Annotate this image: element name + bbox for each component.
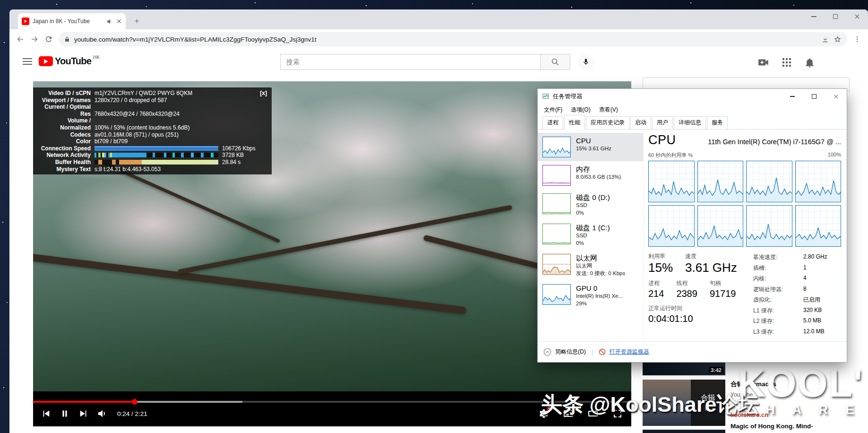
detail-row: L2 缓存:5.0 MB [753,317,827,325]
sidebar-item-memory[interactable]: 内存8.0/63.6 GB (13%) [538,161,643,190]
tab-users[interactable]: 用户 [652,116,673,129]
ethernet-adapter-text: 以太网 [576,263,625,269]
tab-startup[interactable]: 启动 [630,116,651,129]
stats-row: Current / Optimal [33,104,268,111]
cpu-details: 基准速度:2.80 GHz 插槽:1 内核:4 逻辑处理器:8 虚拟化:已启用 … [753,252,827,338]
cpu-core-graph [648,205,695,247]
voice-search-button[interactable] [578,54,594,70]
tab-processes[interactable]: 进程 [542,116,563,129]
open-resource-monitor-link[interactable]: 打开资源监视器 [610,348,649,356]
cpu-core-graphs [648,161,841,247]
cpu-core-graph [746,161,792,202]
tab-details[interactable]: 详细信息 [674,116,706,129]
stats-label: Video ID / sCPN [33,90,95,97]
browser-menu-button[interactable] [850,32,864,46]
task-manager-icon [542,93,549,100]
url-text: youtube.com/watch?v=m1jY2VLCRmY&list=PLA… [74,36,817,43]
detail-row: L1 缓存:320 KB [753,307,827,315]
search-bar [280,54,570,70]
stats-value: 3728 KB [222,152,244,159]
disk0-sparkline [542,193,571,214]
disk0-label: 磁盘 0 (D:) [576,193,610,201]
pause-button[interactable] [57,406,73,422]
task-manager-titlebar[interactable]: 任务管理器 [538,89,847,104]
fewer-details-button[interactable]: 简略信息(D) [555,348,586,356]
task-manager-window: 任务管理器 文件(F) 选项(O) 查看(V) 进程 性能 应用历史记录 启动 … [537,88,847,363]
youtube-logo[interactable]: YouTube HK [39,56,100,66]
create-video-icon[interactable] [757,56,770,69]
microphone-icon [582,58,590,66]
sidebar-video-thumbnail[interactable] [643,430,725,433]
new-tab-button[interactable] [130,15,143,27]
ethernet-sparkline [542,254,571,275]
window-minimize-button[interactable] [803,9,825,24]
stats-row: Volume / [33,117,268,124]
stats-label: Mystery Text [33,166,95,173]
stats-label: Codecs [33,131,95,139]
search-button[interactable] [540,54,570,70]
sidebar-item-ethernet[interactable]: 以太网以太网发送: 0 接收: 0 Kbps [538,250,643,280]
watermark-site-text: koolshare.cn [730,411,768,418]
notifications-bell-icon[interactable] [804,57,816,69]
stats-for-nerds-panel: [x] Video ID / sCPNm1jY2VLCRmY / QWD2 PW… [33,87,272,174]
stat-speed: 速度3.61 GHz [685,252,737,275]
tab-close-icon[interactable] [116,18,122,24]
network-activity-bar [95,153,218,157]
stats-label: Buffer Health [33,159,95,166]
cpu-core-graph [648,161,695,202]
lock-icon [64,36,70,43]
progress-scrubber[interactable] [132,399,138,405]
menu-file[interactable]: 文件(F) [540,106,567,114]
previous-icon [41,408,51,419]
sidebar-video-title[interactable]: Magic of Hong Kong. Mind- [730,423,868,430]
tm-maximize-button[interactable] [803,89,825,104]
desktop: Japan in 8K - YouTube youtube.com/watch?… [0,0,868,433]
detail-row: 逻辑处理器:8 [753,286,827,294]
stats-value: 1280x720 / 0 dropped of 587 [95,97,268,104]
detail-row: L3 缓存:12.0 MB [753,328,827,336]
cpu-core-graph [746,205,792,247]
tab-app-history[interactable]: 应用历史记录 [586,116,629,129]
tab-services[interactable]: 服务 [707,116,728,129]
stats-row-buffer-health: Buffer Health28.84 s [33,159,268,166]
browser-toolbar: youtube.com/watch?v=m1jY2VLCRmY&list=PLA… [9,29,868,49]
task-manager-footer: 简略信息(D) | 打开资源监视器 [538,341,847,362]
window-controls [803,9,868,24]
task-manager-tabs: 进程 性能 应用历史记录 启动 用户 详细信息 服务 [538,115,847,130]
cpu-core-graph [697,205,744,247]
tm-minimize-button[interactable] [782,89,803,104]
tab-performance[interactable]: 性能 [564,115,585,130]
tm-close-button[interactable] [825,89,847,104]
apps-grid-icon[interactable] [781,57,792,68]
window-maximize-button[interactable] [825,9,846,24]
menu-options[interactable]: 选项(O) [567,106,594,114]
sidebar-item-disk1[interactable]: 磁盘 1 (C:)SSD0% [538,220,643,250]
volume-button[interactable] [95,406,111,422]
browser-tab[interactable]: Japan in 8K - YouTube [18,13,126,29]
stats-row-network-activity: Network Activity3728 KB [33,152,268,159]
menu-view[interactable]: 查看(V) [595,106,622,114]
back-button[interactable] [13,32,27,46]
disk1-label: 磁盘 1 (C:) [576,224,610,232]
address-bar[interactable]: youtube.com/watch?v=m1jY2VLCRmY&list=PLA… [59,32,847,46]
cpu-core-graph [795,205,842,247]
window-close-button[interactable] [846,9,868,24]
next-button[interactable] [76,406,92,422]
reload-button[interactable] [42,32,56,46]
previous-button[interactable] [38,406,54,422]
stats-row: Normalized100% / 53% (content loudness 5… [33,124,268,131]
search-input[interactable] [280,54,540,70]
maximize-icon [833,14,838,19]
hamburger-menu-button[interactable] [23,58,32,67]
download-icon[interactable] [821,35,829,43]
stats-close-button[interactable]: [x] [260,90,267,97]
sidebar-item-disk0[interactable]: 磁盘 0 (D:)SSD0% [538,190,643,220]
memory-sparkline [542,165,571,186]
stats-row: Colorbt709 / bt709 [33,138,268,145]
sidebar-item-cpu[interactable]: CPU15% 3.61 GHz [538,133,643,161]
bookmark-star-icon[interactable] [834,35,842,43]
forward-button[interactable] [27,32,42,46]
memory-usage-text: 8.0/63.6 GB (13%) [576,174,621,181]
sidebar-item-gpu[interactable]: GPU 0Intel(R) Iris(R) Xe...29% [538,280,643,311]
buffer-health-bar [95,160,218,165]
